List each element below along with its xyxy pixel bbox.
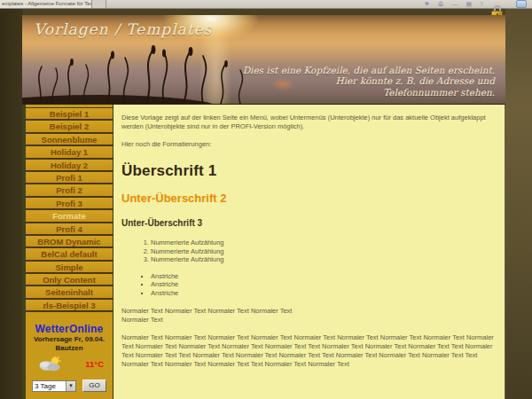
numbered-list-item: Nummerierte Aufzählung <box>151 255 496 264</box>
go-button[interactable]: GO <box>82 379 106 392</box>
numbered-list-item: Nummerierte Aufzählung <box>151 239 496 247</box>
partly-cloudy-icon <box>38 356 63 372</box>
header-banner: Vorlagen / Templates Dies ist eine Kopfz… <box>22 15 505 105</box>
sidebar-item-sonnenblume[interactable]: Sonnenblume <box>26 134 113 146</box>
bookmark-icon[interactable]: ⚑ <box>424 1 429 8</box>
sidebar-item-brom-dynamic[interactable]: BROM Dynamic <box>26 236 113 248</box>
browser-tab[interactable]: emplates - Allgemeine Formate für Texte … <box>0 0 92 8</box>
browser-corner-icon[interactable] <box>516 0 527 8</box>
site-title: Vorlagen / Templates <box>34 20 212 38</box>
sidebar-item-beispiel-1[interactable]: Beispiel 1 <box>26 108 113 121</box>
sidebar-item-profi-3[interactable]: Profi 3 <box>26 198 113 210</box>
sidebar-item-profi-4[interactable]: Profi 4 <box>26 223 113 236</box>
weather-city: Bautzen <box>26 344 113 353</box>
beach-grass-silhouette <box>22 42 262 105</box>
bullet-list-item: Anstriche <box>151 280 496 289</box>
normal-text-long: Normaler Text Normaler Text Normaler Tex… <box>121 333 496 369</box>
weather-forecast-label: Vorhersage Fr, 09.04. <box>26 335 113 344</box>
bullet-list: Anstriche Anstriche Anstriche <box>121 272 496 298</box>
maximize-icon[interactable]: ▦ <box>466 1 472 8</box>
help-icon[interactable]: ? <box>480 1 483 8</box>
sidebar-item-simple[interactable]: Simple <box>26 262 113 274</box>
wetteronline-logo[interactable]: WetterOnline <box>26 323 113 335</box>
header-tagline: Dies ist eine Kopfzeile, die auf allen S… <box>243 65 495 98</box>
intro-paragraph: Diese Vorlage zeigt auf der linken Seite… <box>121 113 496 131</box>
bullet-list-item: Anstriche <box>151 272 496 281</box>
browser-tab-stub[interactable] <box>92 0 106 8</box>
print-icon[interactable]: 🖶 <box>437 1 443 8</box>
sidebar-item-beispiel-2[interactable]: Beispiel 2 <box>26 121 113 133</box>
page-background-right <box>505 9 532 399</box>
sidebar-item-formate[interactable]: Formate <box>26 210 113 223</box>
sidebar-item-holiday-2[interactable]: Holiday 2 <box>26 160 113 172</box>
forecast-range-select[interactable]: 3 Tage ▼ <box>32 380 76 392</box>
browser-titlebar: emplates - Allgemeine Formate für Texte … <box>0 0 532 9</box>
normal-text-short: Normaler Text Normaler Text Normaler Tex… <box>121 307 496 325</box>
bullet-list-item: Anstriche <box>151 289 496 298</box>
main-content: Diese Vorlage zeigt auf der linken Seite… <box>113 105 505 399</box>
numbered-list: Nummerierte Aufzählung Nummerierte Aufzä… <box>121 239 496 264</box>
heading-3: Unter-Überschrift 3 <box>121 218 496 228</box>
sidebar-item-rls-beispiel-3[interactable]: rls-Beispiel 3 <box>26 300 113 312</box>
numbered-list-item: Nummerierte Aufzählung <box>151 247 496 256</box>
heading-2: Unter-Überschrift 2 <box>121 192 496 205</box>
sidebar-item-holiday-1[interactable]: Holiday 1 <box>26 146 113 159</box>
sidebar-item-seiteninhalt[interactable]: Seiteninhalt <box>26 286 113 299</box>
sidebar-menu: Beispiel 1 Beispiel 2 Sonnenblume Holida… <box>26 107 113 312</box>
sidebar: Beispiel 1 Beispiel 2 Sonnenblume Holida… <box>22 105 113 399</box>
sidebar-item-belcal-default[interactable]: BelCal default <box>26 248 113 261</box>
temperature-value: 11°C <box>85 359 104 369</box>
sidebar-item-profi-1[interactable]: Profi 1 <box>26 172 113 184</box>
chevron-down-icon[interactable]: ▼ <box>66 381 75 391</box>
sidebar-item-only-content[interactable]: Only Content <box>26 274 113 286</box>
minimize-icon[interactable]: — <box>451 1 458 8</box>
heading-1: Überschrift 1 <box>121 162 496 180</box>
formats-label: Hier noch die Formatierungen: <box>121 140 496 149</box>
weather-widget: WetterOnline Vorhersage Fr, 09.04. Bautz… <box>26 323 113 392</box>
sidebar-item-profi-2[interactable]: Profi 2 <box>26 184 113 197</box>
